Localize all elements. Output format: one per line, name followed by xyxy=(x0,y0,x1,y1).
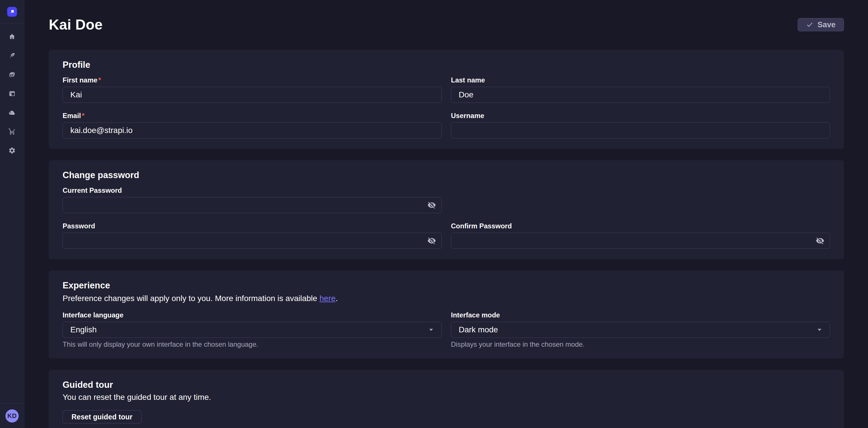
eye-slash-icon xyxy=(427,236,436,245)
email-input[interactable] xyxy=(63,122,442,139)
more-information-link[interactable]: here xyxy=(319,294,336,303)
guided-tour-card: Guided tour You can reset the guided tou… xyxy=(49,370,844,428)
experience-section-title: Experience xyxy=(63,281,830,290)
sidebar-item-content-type-builder[interactable] xyxy=(6,90,18,97)
caret-down-icon xyxy=(816,326,823,333)
check-icon xyxy=(806,21,813,28)
confirm-password-input[interactable] xyxy=(451,233,830,249)
email-field: Email * xyxy=(63,112,442,139)
new-password-field: Password xyxy=(63,222,442,249)
interface-mode-select[interactable]: Dark mode xyxy=(451,322,830,338)
username-label: Username xyxy=(451,112,484,119)
experience-subtitle: Preference changes will apply only to yo… xyxy=(63,293,830,303)
home-icon xyxy=(8,33,16,40)
first-name-input[interactable] xyxy=(63,87,442,103)
interface-language-hint: This will only display your own interfac… xyxy=(63,341,442,348)
profile-card: Profile First name * Last name Email * xyxy=(49,50,844,149)
toggle-new-password-visibility-button[interactable] xyxy=(426,235,437,246)
interface-mode-value: Dark mode xyxy=(459,325,498,334)
eye-slash-icon xyxy=(427,201,436,209)
guided-tour-section-title: Guided tour xyxy=(63,380,830,390)
page-title: Kai Doe xyxy=(49,16,103,33)
save-button-label: Save xyxy=(817,20,836,29)
username-field: Username xyxy=(451,112,830,139)
new-password-input[interactable] xyxy=(63,233,442,249)
strapi-logo-icon xyxy=(9,8,16,15)
interface-language-label: Interface language xyxy=(63,311,123,319)
sidebar-item-cloud[interactable] xyxy=(6,109,18,116)
current-password-input[interactable] xyxy=(63,197,442,213)
strapi-logo-button[interactable] xyxy=(7,7,17,17)
profile-section-title: Profile xyxy=(63,60,830,69)
page-header: Kai Doe Save xyxy=(49,16,844,33)
caret-down-icon xyxy=(428,326,435,333)
settings-gear-icon xyxy=(8,147,16,154)
current-password-label: Current Password xyxy=(63,187,122,194)
required-marker: * xyxy=(98,77,101,84)
toggle-current-password-visibility-button[interactable] xyxy=(426,200,437,210)
confirm-password-field: Confirm Password xyxy=(451,222,830,249)
reset-guided-tour-button[interactable]: Reset guided tour xyxy=(63,410,142,423)
change-password-section-title: Change password xyxy=(63,171,830,180)
sidebar-nav xyxy=(0,24,24,403)
username-input[interactable] xyxy=(451,122,830,139)
sidebar-item-content-manager[interactable] xyxy=(6,52,18,59)
layout-icon xyxy=(8,90,16,97)
current-password-field: Current Password xyxy=(63,187,442,213)
first-name-label: First name xyxy=(63,77,97,84)
sidebar-item-settings[interactable] xyxy=(6,147,18,154)
required-marker: * xyxy=(82,112,84,119)
interface-mode-hint: Displays your interface in the chosen mo… xyxy=(451,341,830,348)
sidebar-logo-area xyxy=(0,0,24,24)
toggle-confirm-password-visibility-button[interactable] xyxy=(815,235,826,246)
first-name-field: First name * xyxy=(63,77,442,103)
sidebar-item-marketplace[interactable] xyxy=(6,128,18,135)
eye-slash-icon xyxy=(816,236,825,245)
change-password-card: Change password Current Password xyxy=(49,160,844,259)
interface-mode-label: Interface mode xyxy=(451,311,500,319)
interface-language-value: English xyxy=(70,325,97,334)
avatar[interactable]: KD xyxy=(5,409,19,423)
interface-mode-field: Interface mode Dark mode Displays your i… xyxy=(451,311,830,348)
marketplace-cart-icon xyxy=(8,128,16,135)
media-library-icon xyxy=(8,71,16,79)
experience-card: Experience Preference changes will apply… xyxy=(49,270,844,359)
email-label: Email xyxy=(63,112,81,119)
interface-language-select[interactable]: English xyxy=(63,322,442,338)
sidebar-item-media-library[interactable] xyxy=(6,71,18,79)
last-name-field: Last name xyxy=(451,77,830,103)
interface-language-field: Interface language English This will onl… xyxy=(63,311,442,348)
feather-icon xyxy=(8,52,16,59)
main-content: Kai Doe Save Profile First name * Last n… xyxy=(24,0,868,428)
new-password-label: Password xyxy=(63,222,95,230)
sidebar: KD xyxy=(0,0,24,428)
sidebar-user-area: KD xyxy=(0,403,24,428)
last-name-input[interactable] xyxy=(451,87,830,103)
confirm-password-label: Confirm Password xyxy=(451,222,512,230)
save-button[interactable]: Save xyxy=(798,18,844,31)
last-name-label: Last name xyxy=(451,77,485,84)
sidebar-item-home[interactable] xyxy=(6,33,18,40)
cloud-icon xyxy=(8,109,16,116)
guided-tour-description: You can reset the guided tour at any tim… xyxy=(63,393,830,402)
